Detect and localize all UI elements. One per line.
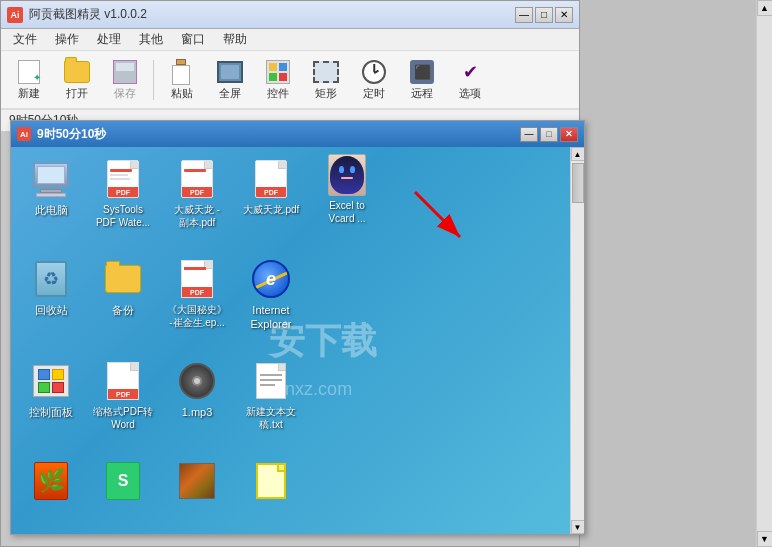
desktop-icon-ie[interactable]: e InternetExplorer bbox=[235, 255, 307, 337]
menu-other[interactable]: 其他 bbox=[131, 29, 171, 50]
svg-line-1 bbox=[415, 192, 460, 237]
close-button[interactable]: ✕ bbox=[555, 7, 573, 23]
paste-icon bbox=[168, 59, 196, 86]
pc-icon-label: 此电脑 bbox=[33, 202, 70, 218]
desktop-icon-recycle[interactable]: ♻ 回收站 bbox=[15, 255, 87, 322]
toolbar-open[interactable]: 打开 bbox=[55, 55, 99, 105]
toolbar-remote-label: 远程 bbox=[411, 87, 433, 100]
menu-file[interactable]: 文件 bbox=[5, 29, 45, 50]
toolbar-paste[interactable]: 粘贴 bbox=[160, 55, 204, 105]
scroll-up-button[interactable]: ▲ bbox=[757, 0, 773, 16]
red-arrow bbox=[410, 187, 470, 247]
toolbar-new-label: 新建 bbox=[18, 87, 40, 100]
desktop-icon-pdftword[interactable]: PDF 缩格式PDF转Word bbox=[87, 357, 159, 436]
wps-icon-image: S bbox=[103, 461, 143, 501]
toolbar-rect[interactable]: 矩形 bbox=[304, 55, 348, 105]
desktop-icon-txt[interactable]: 新建文本文稿.txt bbox=[235, 357, 307, 436]
menu-bar: 文件 操作 处理 其他 窗口 帮助 bbox=[1, 29, 579, 51]
app-icon: Ai bbox=[7, 7, 23, 23]
systools-icon-image: PDF bbox=[103, 159, 143, 199]
tuhuige-icon-image: 🌿 bbox=[31, 461, 71, 501]
txt-label: 新建文本文稿.txt bbox=[244, 404, 298, 432]
rect-icon bbox=[312, 59, 340, 86]
remote-icon: ⬛ bbox=[408, 59, 436, 86]
minimize-button[interactable]: — bbox=[515, 7, 533, 23]
desktop-icon-wps[interactable]: S bbox=[87, 457, 159, 510]
toolbar-new[interactable]: ✦ 新建 bbox=[7, 55, 51, 105]
recycle-label: 回收站 bbox=[33, 302, 70, 318]
menu-window[interactable]: 窗口 bbox=[173, 29, 213, 50]
pdftword-icon: PDF bbox=[103, 361, 143, 401]
desktop-area: 安下载 anxz.com bbox=[11, 147, 570, 534]
menu-help[interactable]: 帮助 bbox=[215, 29, 255, 50]
toolbar-fullscreen-label: 全屏 bbox=[219, 87, 241, 100]
ie-label: InternetExplorer bbox=[249, 302, 294, 333]
scroll-down-button[interactable]: ▼ bbox=[757, 531, 773, 547]
maximize-button[interactable]: □ bbox=[535, 7, 553, 23]
desktop-icon-daweitianlong-copy[interactable]: PDF 大威天龙 -副本.pdf bbox=[161, 155, 233, 234]
daguomishi-label: 《大国秘史》-崔金生.ep... bbox=[165, 302, 229, 330]
txt-icon-image bbox=[251, 361, 291, 401]
recycle-icon-image: ♻ bbox=[31, 259, 71, 299]
inner-close-button[interactable]: ✕ bbox=[560, 127, 578, 142]
fullscreen-icon bbox=[216, 59, 244, 86]
inner-minimize-button[interactable]: — bbox=[520, 127, 538, 142]
inner-maximize-button[interactable]: □ bbox=[540, 127, 558, 142]
toolbar-open-label: 打开 bbox=[66, 87, 88, 100]
toolbar-options-label: 选项 bbox=[459, 87, 481, 100]
mp3-label: 1.mp3 bbox=[180, 404, 215, 420]
toolbar-save-label: 保存 bbox=[114, 87, 136, 100]
desktop-icon-controlpanel[interactable]: 控制面板 bbox=[15, 357, 87, 424]
toolbar-remote[interactable]: ⬛ 远程 bbox=[400, 55, 444, 105]
systools-icon-label: SysToolsPDF Wate... bbox=[94, 202, 152, 230]
desktop-icon-excel-vcard[interactable]: Excel toVcard ... bbox=[311, 151, 383, 230]
toolbar: ✦ 新建 打开 保存 bbox=[1, 51, 579, 109]
inner-scroll-down[interactable]: ▼ bbox=[571, 520, 585, 534]
new-icon: ✦ bbox=[15, 59, 43, 86]
outer-scrollbar: ▲ ▼ bbox=[756, 0, 772, 547]
menu-process[interactable]: 处理 bbox=[89, 29, 129, 50]
inner-app-icon: Ai bbox=[17, 127, 31, 141]
excel-vcard-label: Excel toVcard ... bbox=[326, 198, 367, 226]
app-title: 阿贡截图精灵 v1.0.0.2 bbox=[29, 6, 515, 23]
desktop-icon-daweitianlong[interactable]: PDF 大威天龙.pdf bbox=[235, 155, 307, 221]
dwt-label: 大威天龙.pdf bbox=[241, 202, 302, 217]
title-bar: Ai 阿贡截图精灵 v1.0.0.2 — □ ✕ bbox=[1, 1, 579, 29]
toolbar-timer-label: 定时 bbox=[363, 87, 385, 100]
backup-icon-image bbox=[103, 259, 143, 299]
menu-edit[interactable]: 操作 bbox=[47, 29, 87, 50]
toolbar-control[interactable]: 控件 bbox=[256, 55, 300, 105]
dwt-copy-icon: PDF bbox=[177, 159, 217, 199]
desktop-icon-backup[interactable]: 备份 bbox=[87, 255, 159, 322]
pdftword-label: 缩格式PDF转Word bbox=[91, 404, 155, 432]
inner-icon-text: Ai bbox=[20, 130, 28, 139]
open-icon bbox=[63, 59, 91, 86]
scroll-track bbox=[757, 16, 772, 531]
daguomishi-icon: PDF bbox=[177, 259, 217, 299]
photo-label bbox=[195, 504, 199, 506]
photo-icon-image bbox=[177, 461, 217, 501]
inner-scroll-up[interactable]: ▲ bbox=[571, 147, 585, 161]
toolbar-save[interactable]: 保存 bbox=[103, 55, 147, 105]
desktop-icon-pc[interactable]: 此电脑 bbox=[15, 155, 87, 222]
desktop-icon-yellowfile[interactable] bbox=[235, 457, 307, 510]
desktop-icon-mp3[interactable]: 1.mp3 bbox=[161, 357, 233, 424]
control-icon bbox=[264, 59, 292, 86]
inner-scroll-thumb[interactable] bbox=[572, 163, 584, 203]
inner-screenshot-window: Ai 9时50分10秒 — □ ✕ 安下载 anxz.com bbox=[10, 120, 585, 535]
wps-label bbox=[121, 504, 125, 506]
toolbar-options[interactable]: ✔ 选项 bbox=[448, 55, 492, 105]
inner-scroll-track bbox=[571, 161, 584, 520]
excel-vcard-icon bbox=[327, 155, 367, 195]
yellowfile-label bbox=[269, 504, 273, 506]
desktop-icon-tuhuige[interactable]: 🌿 bbox=[15, 457, 87, 510]
tuhuige-label bbox=[49, 504, 53, 506]
desktop-icon-photo[interactable] bbox=[161, 457, 233, 510]
desktop-icon-daguomishi[interactable]: PDF 《大国秘史》-崔金生.ep... bbox=[161, 255, 233, 334]
desktop-icon-systools[interactable]: PDF SysToolsPDF Wate... bbox=[87, 155, 159, 234]
toolbar-timer[interactable]: 定时 bbox=[352, 55, 396, 105]
toolbar-fullscreen[interactable]: 全屏 bbox=[208, 55, 252, 105]
dwt-copy-label: 大威天龙 -副本.pdf bbox=[172, 202, 222, 230]
yellowfile-icon-image bbox=[251, 461, 291, 501]
toolbar-control-label: 控件 bbox=[267, 87, 289, 100]
